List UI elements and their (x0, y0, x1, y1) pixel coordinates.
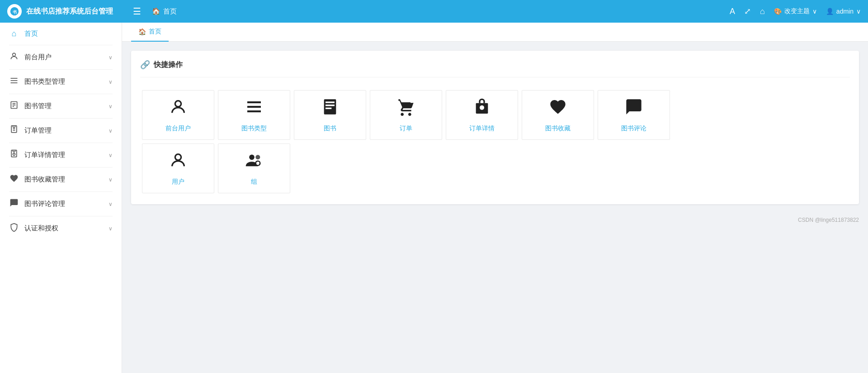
svg-point-25 (175, 154, 181, 160)
card-title: 快捷操作 (154, 60, 183, 70)
sidebar-item-book-review[interactable]: 图书评论管理 ∨ (0, 192, 122, 216)
brand-logo: 书 (7, 4, 22, 19)
svg-point-2 (13, 53, 16, 56)
group-action-icon (245, 151, 263, 173)
user-action-label: 用户 (172, 178, 184, 186)
user-label: admin (836, 8, 854, 15)
theme-button[interactable]: 🎨 改变主题 ∨ (774, 7, 817, 15)
chevron-down-icon3: ∨ (108, 103, 113, 110)
svg-point-24 (480, 105, 484, 110)
action-order[interactable]: 订单 (370, 90, 442, 140)
sidebar-item-book-type[interactable]: 图书类型管理 ∨ (0, 70, 122, 94)
action-book-collect[interactable]: 图书收藏 (522, 90, 594, 140)
nav-right: A ⤢ ⌂ 🎨 改变主题 ∨ 👤 admin ∨ (730, 6, 861, 16)
home-sidebar-icon: ⌂ (9, 29, 19, 38)
link-icon: 🔗 (140, 60, 150, 70)
actions-grid-2: 用户 (140, 142, 850, 195)
sidebar-book-manage-label: 图书管理 (24, 102, 103, 110)
chevron-down-icon8: ∨ (108, 225, 113, 232)
book-action-label: 图书 (324, 124, 336, 133)
book-type-action-label: 图书类型 (241, 124, 267, 133)
sidebar-book-review-label: 图书评论管理 (24, 200, 103, 208)
brand: 书 在线书店推荐系统后台管理 (7, 4, 129, 19)
svg-point-27 (255, 155, 260, 159)
sidebar-frontend-user-label: 前台用户 (24, 53, 103, 62)
svg-text:书: 书 (13, 10, 17, 14)
svg-point-26 (249, 154, 255, 160)
watermark: CSDN @linge511873822 (122, 213, 868, 227)
auth-sidebar-icon (9, 223, 19, 234)
action-book-type[interactable]: 图书类型 (218, 90, 290, 140)
top-navbar: 书 在线书店推荐系统后台管理 ☰ 🏠 首页 A ⤢ ⌂ 🎨 改变主题 ∨ 👤 a… (0, 0, 868, 23)
book-collect-action-icon (549, 98, 567, 120)
sidebar-book-collect-label: 图书收藏管理 (24, 175, 103, 184)
svg-rect-21 (326, 105, 335, 106)
action-book-review[interactable]: 图书评论 (598, 90, 670, 140)
book-review-sidebar-icon (9, 198, 19, 210)
user-arrow: ∨ (856, 8, 861, 15)
book-action-icon (321, 98, 339, 120)
font-size-icon[interactable]: A (730, 7, 735, 16)
hamburger-icon[interactable]: ☰ (129, 4, 145, 19)
breadcrumb-tab-home[interactable]: 🏠 首页 (131, 23, 169, 42)
order-action-icon (397, 98, 415, 120)
order-manage-sidebar-icon (9, 125, 19, 136)
sidebar-order-detail-label: 订单详情管理 (24, 151, 103, 159)
order-detail-action-icon (473, 98, 491, 120)
svg-point-28 (256, 162, 259, 165)
book-review-action-label: 图书评论 (621, 124, 646, 133)
nav-home-link[interactable]: 🏠 首页 (148, 5, 180, 18)
chevron-down-icon6: ∨ (108, 177, 113, 183)
quick-actions-card: 🔗 快捷操作 前台用户 (131, 51, 859, 204)
chevron-down-icon7: ∨ (108, 201, 113, 207)
group-action-label: 组 (251, 178, 257, 186)
user-button[interactable]: 👤 admin ∨ (826, 8, 861, 15)
chevron-down-icon4: ∨ (108, 128, 113, 134)
order-detail-action-label: 订单详情 (469, 124, 495, 133)
brand-title: 在线书店推荐系统后台管理 (26, 7, 113, 16)
content-area: 🔗 快捷操作 前台用户 (122, 42, 868, 213)
actions-grid: 前台用户 图书类型 (140, 88, 850, 142)
book-review-action-icon (625, 98, 643, 120)
sidebar-item-book-collect[interactable]: 图书收藏管理 ∨ (0, 167, 122, 191)
action-group[interactable]: 组 (218, 143, 290, 193)
sidebar-auth-label: 认证和授权 (24, 224, 103, 233)
frontend-user-action-label: 前台用户 (165, 124, 191, 133)
chevron-down-icon2: ∨ (108, 79, 113, 85)
svg-point-14 (13, 153, 15, 155)
order-action-label: 订单 (400, 124, 412, 133)
svg-rect-20 (326, 101, 335, 103)
main-content: 🏠 首页 🔗 快捷操作 (122, 23, 868, 373)
breadcrumb-bar: 🏠 首页 (122, 23, 868, 42)
theme-label: 改变主题 (784, 7, 810, 15)
fullscreen-icon[interactable]: ⤢ (744, 6, 751, 16)
svg-rect-19 (324, 99, 336, 114)
home-icon[interactable]: ⌂ (760, 7, 765, 16)
action-book[interactable]: 图书 (294, 90, 366, 140)
action-order-detail[interactable]: 订单详情 (446, 90, 518, 140)
sidebar-item-order-manage[interactable]: 订单管理 ∨ (0, 119, 122, 143)
book-collect-action-label: 图书收藏 (545, 124, 571, 133)
breadcrumb-home-icon: 🏠 (138, 28, 146, 35)
book-manage-sidebar-icon (9, 100, 19, 112)
sidebar-item-frontend-user[interactable]: 前台用户 ∨ (0, 45, 122, 69)
user-action-icon (169, 151, 187, 173)
frontend-user-action-icon (169, 98, 187, 120)
sidebar-item-home[interactable]: ⌂ 首页 (0, 23, 122, 45)
nav-home-label: 首页 (163, 7, 177, 16)
book-type-sidebar-icon (9, 76, 19, 87)
sidebar-item-order-detail[interactable]: 订单详情管理 ∨ (0, 143, 122, 167)
breadcrumb-home-label: 首页 (149, 28, 161, 36)
theme-icon: 🎨 (774, 8, 782, 15)
action-user[interactable]: 用户 (142, 143, 214, 193)
svg-point-15 (175, 100, 181, 106)
action-frontend-user[interactable]: 前台用户 (142, 90, 214, 140)
card-header: 🔗 快捷操作 (140, 60, 850, 77)
svg-rect-22 (326, 107, 331, 109)
book-collect-sidebar-icon (9, 174, 19, 185)
order-detail-sidebar-icon (9, 149, 19, 161)
sidebar-book-type-label: 图书类型管理 (24, 77, 103, 86)
chevron-down-icon: ∨ (108, 54, 113, 61)
sidebar-item-book-manage[interactable]: 图书管理 ∨ (0, 94, 122, 118)
sidebar-item-auth[interactable]: 认证和授权 ∨ (0, 216, 122, 240)
